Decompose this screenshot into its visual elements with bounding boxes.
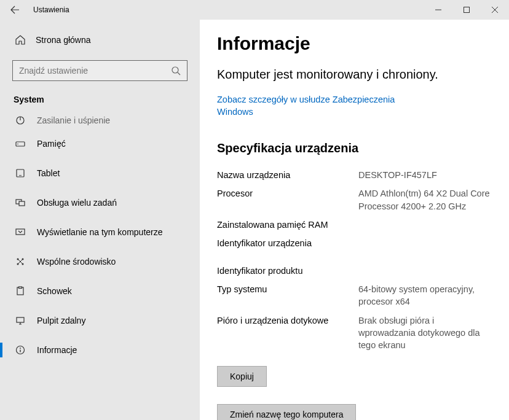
sidebar-item-shared[interactable]: Wspólne środowisko <box>0 247 200 276</box>
svg-rect-0 <box>464 7 470 13</box>
spec-device-id: Identyfikator urządzenia <box>217 237 492 249</box>
svg-rect-6 <box>19 175 22 176</box>
sidebar-item-tablet[interactable]: Tablet <box>0 158 200 188</box>
back-arrow-icon <box>10 5 20 15</box>
sidebar-item-about[interactable]: Informacje <box>0 335 200 365</box>
spec-value: 64-bitowy system operacyjny, procesor x6… <box>358 283 492 308</box>
minimize-icon <box>435 7 441 13</box>
shared-icon <box>15 257 26 266</box>
svg-point-4 <box>17 144 18 145</box>
search-box[interactable] <box>12 60 187 81</box>
window-controls <box>424 0 509 20</box>
category-heading: System <box>12 95 187 104</box>
copy-button[interactable]: Kopiuj <box>217 366 267 387</box>
sidebar: Strona główna System Zasilanie i uśpieni… <box>0 20 200 420</box>
spec-value: Brak obsługi pióra i wprowadzania dotyko… <box>358 314 492 352</box>
sidebar-item-label: Informacje <box>37 345 77 355</box>
sidebar-item-label: Zasilanie i uśpienie <box>37 115 110 125</box>
power-icon <box>15 115 26 125</box>
spec-system-type: Typ systemu 64-bitowy system operacyjny,… <box>217 283 492 308</box>
home-label: Strona główna <box>36 35 91 45</box>
spec-label: Typ systemu <box>217 283 358 308</box>
home-link[interactable]: Strona główna <box>12 34 187 45</box>
spec-value: AMD Athlon(tm) 64 X2 Dual Core Processor… <box>358 187 492 212</box>
sidebar-item-projecting[interactable]: Wyświetlanie na tym komputerze <box>0 217 200 247</box>
svg-rect-15 <box>19 287 22 289</box>
spec-ram: Zainstalowana pamięć RAM <box>217 219 492 231</box>
sidebar-item-power[interactable]: Zasilanie i uśpienie <box>0 111 200 129</box>
spec-label: Procesor <box>217 187 358 212</box>
maximize-button[interactable] <box>452 0 481 20</box>
sidebar-item-label: Pulpit zdalny <box>37 316 85 325</box>
spec-device-name: Nazwa urządzenia DESKTOP-IF457LF <box>217 169 492 181</box>
spec-product-id: Identyfikator produktu <box>217 265 492 277</box>
maximize-icon <box>464 7 470 13</box>
spec-processor: Procesor AMD Athlon(tm) 64 X2 Dual Core … <box>217 187 492 212</box>
spec-label: Identyfikator urządzenia <box>217 237 358 249</box>
svg-rect-5 <box>17 169 24 177</box>
sidebar-item-label: Wyświetlanie na tym komputerze <box>37 227 163 237</box>
rename-pc-button[interactable]: Zmień nazwę tego komputera <box>217 404 356 420</box>
spec-label: Pióro i urządzenia dotykowe <box>217 314 358 352</box>
sidebar-item-storage[interactable]: Pamięć <box>0 129 200 158</box>
device-spec-heading: Specyfikacja urządzenia <box>217 141 492 155</box>
projecting-icon <box>15 227 26 237</box>
window-title: Ustawienia <box>33 6 69 14</box>
sidebar-item-remote[interactable]: Pulpit zdalny <box>0 306 200 335</box>
svg-rect-8 <box>19 201 25 206</box>
sidebar-item-label: Wspólne środowisko <box>37 257 116 266</box>
sidebar-item-multitask[interactable]: Obsługa wielu zadań <box>0 188 200 217</box>
sidebar-item-label: Pamięć <box>37 139 66 149</box>
svg-rect-9 <box>16 229 25 235</box>
security-details-link[interactable]: Zobacz szczegóły w usłudze Zabezpieczeni… <box>217 94 401 118</box>
spec-pen-touch: Pióro i urządzenia dotykowe Brak obsługi… <box>217 314 492 352</box>
svg-point-18 <box>20 348 21 349</box>
info-icon <box>15 345 26 355</box>
content-pane: Informacje Komputer jest monitorowany i … <box>200 20 509 420</box>
remote-icon <box>15 316 26 325</box>
sidebar-item-clipboard[interactable]: Schowek <box>0 276 200 306</box>
back-button[interactable] <box>0 0 30 20</box>
protection-status: Komputer jest monitorowany i chroniony. <box>217 66 492 83</box>
clipboard-icon <box>15 286 26 296</box>
minimize-button[interactable] <box>424 0 452 20</box>
titlebar: Ustawienia <box>0 0 509 20</box>
nav-list: Zasilanie i uśpienie Pamięć Tablet Obsłu… <box>0 111 200 365</box>
storage-icon <box>15 139 26 149</box>
svg-point-1 <box>172 67 178 73</box>
tablet-icon <box>15 168 26 178</box>
sidebar-item-label: Obsługa wielu zadań <box>37 198 117 208</box>
search-input[interactable] <box>19 66 171 76</box>
close-icon <box>492 7 498 13</box>
svg-rect-16 <box>17 317 24 322</box>
close-button[interactable] <box>481 0 509 20</box>
sidebar-item-label: Schowek <box>37 286 72 296</box>
spec-value: DESKTOP-IF457LF <box>358 169 437 181</box>
page-title: Informacje <box>217 33 492 54</box>
svg-rect-3 <box>16 142 25 146</box>
home-icon <box>15 34 26 45</box>
spec-label: Nazwa urządzenia <box>217 169 358 181</box>
sidebar-item-label: Tablet <box>37 168 60 178</box>
search-icon <box>171 66 181 76</box>
spec-label: Identyfikator produktu <box>217 265 358 277</box>
spec-label: Zainstalowana pamięć RAM <box>217 219 358 231</box>
multitask-icon <box>15 198 26 208</box>
